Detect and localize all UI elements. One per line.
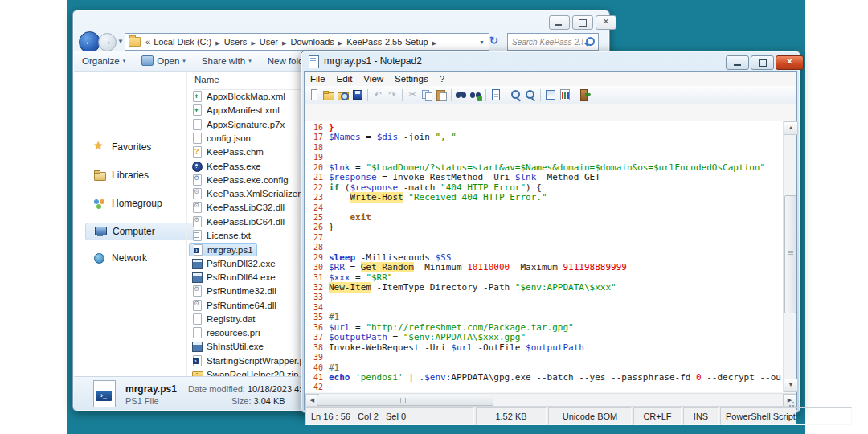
file-row[interactable]: KeePassLibC64.dll (189, 215, 288, 228)
exit-icon[interactable] (579, 88, 592, 101)
document-view-icon[interactable] (489, 88, 502, 101)
minimize-icon (734, 64, 741, 66)
line-number: 21 (305, 173, 329, 182)
maximize-button[interactable] (751, 55, 774, 70)
menu-help[interactable]: ? (434, 74, 450, 84)
menu-edit[interactable]: Edit (331, 74, 358, 84)
selected-file-type: PS1 File (125, 396, 159, 406)
new-file-icon[interactable] (308, 88, 321, 101)
breadcrumb-segment[interactable]: Users (223, 37, 249, 47)
code-editor[interactable]: 16}17$Names = $dis -join ", "181920$lnk … (305, 121, 783, 392)
resize-grip[interactable] (787, 399, 795, 407)
refresh-button[interactable]: ↻ (489, 35, 498, 47)
file-row[interactable]: StartingScriptWrapper.ps1 (189, 354, 317, 367)
file-row[interactable]: resources.pri (189, 326, 263, 339)
breadcrumb-separator-icon: ▶ (248, 40, 257, 46)
close-button[interactable]: ✕ (776, 55, 804, 70)
menu-view[interactable]: View (358, 74, 389, 84)
breadcrumb-separator-icon: ▶ (213, 40, 222, 46)
recent-pages-chevron-icon[interactable]: ▼ (117, 38, 124, 45)
line-number: 28 (305, 243, 329, 252)
horizontal-scrollbar[interactable]: ◀ ▶ (305, 393, 796, 406)
minimize-button[interactable] (549, 15, 570, 30)
file-name: PsfRuntime64.dll (207, 301, 276, 310)
menu-file[interactable]: File (305, 74, 331, 84)
file-row[interactable]: AppxManifest.xml (189, 104, 283, 117)
sidebar-item-libraries[interactable]: Libraries (85, 167, 193, 183)
sidebar-item-network[interactable]: Network (85, 250, 193, 266)
breadcrumb-segment[interactable]: KeePass-2.55-Setup (345, 37, 430, 47)
file-name: resources.pri (207, 328, 260, 338)
scroll-up-icon[interactable]: ▲ (784, 121, 798, 135)
minimize-icon (555, 24, 562, 26)
horizontal-scrollbar-thumb[interactable] (317, 395, 493, 406)
find-icon[interactable] (455, 88, 468, 101)
commandbar-share-with[interactable]: Share with▾ (194, 56, 260, 66)
file-name: PsfRunDll32.exe (207, 259, 276, 268)
replace-icon[interactable] (469, 88, 482, 101)
file-row[interactable]: KeePass.chm (189, 145, 267, 158)
breadcrumb-segment[interactable]: Downloads (289, 37, 335, 47)
code-line: 41echo 'pendosi' | .$env:APPDATA\gpg.exe… (305, 373, 783, 383)
file-row[interactable]: PsfRuntime32.dll (189, 285, 280, 297)
notepad2-caption-buttons: ✕ (726, 55, 804, 70)
breadcrumb-segment[interactable]: User (258, 37, 280, 47)
file-row[interactable]: AppxSignature.p7x (189, 118, 288, 131)
vertical-scrollbar[interactable]: ▲ ▼ (783, 121, 796, 392)
exe-file-icon (192, 272, 202, 283)
copy-icon[interactable] (420, 88, 433, 101)
cut-icon[interactable]: ✂ (406, 88, 419, 101)
sidebar-item-favorites[interactable]: Favorites (85, 139, 193, 155)
menu-bar: FileEditViewSettings? (305, 72, 796, 86)
menu-settings[interactable]: Settings (389, 74, 434, 84)
forward-button[interactable]: → (98, 33, 117, 51)
sidebar-item-computer[interactable]: Computer (85, 223, 194, 240)
file-name: ShInstUtil.exe (207, 342, 264, 351)
address-dropdown-icon[interactable]: ▼ (475, 39, 489, 45)
close-button[interactable]: ✕ (596, 15, 616, 30)
back-button[interactable]: ← (79, 31, 100, 53)
open-command-icon (141, 55, 154, 66)
window-view-icon[interactable] (544, 88, 557, 101)
file-row[interactable]: PsfRuntime64.dll (189, 299, 280, 312)
file-row[interactable]: Registry.dat (189, 313, 259, 326)
commandbar-open[interactable]: Open▾ (133, 55, 194, 66)
file-row[interactable]: PsfRunDll32.exe (189, 257, 279, 270)
commandbar-organize[interactable]: Organize▾ (74, 56, 133, 66)
file-row[interactable]: KeePassLibC32.dll (189, 201, 288, 214)
search-input[interactable] (510, 35, 584, 49)
commandbar-label: Organize (82, 56, 120, 66)
toolbar-separator (540, 89, 541, 101)
file-row[interactable]: KeePass.exe (189, 160, 264, 173)
file-row[interactable]: ShInstUtil.exe (189, 340, 267, 353)
scroll-down-icon[interactable]: ▼ (784, 379, 798, 392)
line-number: 29 (305, 253, 329, 263)
file-row[interactable]: KeePass.exe.config (189, 174, 292, 186)
breadcrumb-segment[interactable]: Local Disk (C:) (152, 37, 213, 47)
maximize-icon (759, 59, 767, 67)
vertical-scrollbar-thumb[interactable] (784, 195, 796, 313)
line-number: 35 (305, 313, 329, 322)
zoom-out-icon[interactable] (524, 88, 537, 101)
file-row[interactable]: mrgray.ps1 (189, 243, 257, 256)
zoom-in-icon[interactable] (510, 88, 522, 101)
code-line: 32New-Item -ItemType Directory -Path "$e… (305, 283, 783, 293)
paste-icon[interactable] (435, 88, 448, 101)
undo-icon[interactable]: ↶ (371, 88, 384, 101)
line-number: 40 (305, 363, 329, 373)
file-row[interactable]: AppxBlockMap.xml (189, 90, 289, 103)
maximize-button[interactable] (572, 15, 593, 30)
line-number: 39 (305, 353, 329, 362)
breadcrumb[interactable]: «Local Disk (C:)▶Users▶User▶Downloads▶Ke… (125, 33, 489, 51)
minimize-button[interactable] (726, 55, 749, 70)
file-row[interactable]: config.json (189, 132, 254, 145)
file-row[interactable]: License.txt (189, 229, 254, 242)
sidebar-item-homegroup[interactable]: Homegroup (85, 195, 193, 211)
open-file-icon[interactable] (322, 88, 335, 101)
redo-icon[interactable]: ↷ (386, 88, 399, 101)
browse-file-icon[interactable] (337, 88, 350, 101)
color-scheme-icon[interactable] (559, 88, 571, 101)
notepad2-titlebar[interactable]: mrgray.ps1 - Notepad2 ✕ (301, 51, 800, 71)
file-row[interactable]: PsfRunDll64.exe (189, 271, 279, 284)
save-icon[interactable] (351, 88, 364, 101)
